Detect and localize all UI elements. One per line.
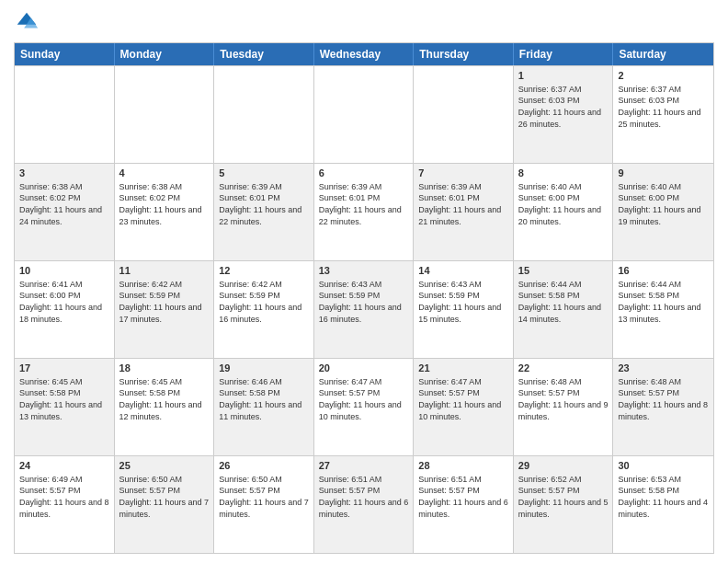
day-number: 4 [119, 167, 210, 180]
header-cell-tuesday: Tuesday [214, 43, 314, 65]
day-info: Sunrise: 6:42 AM Sunset: 5:59 PM Dayligh… [119, 279, 210, 325]
calendar-cell [214, 66, 314, 163]
day-number: 7 [418, 167, 508, 180]
calendar-cell: 22Sunrise: 6:48 AM Sunset: 5:57 PM Dayli… [514, 359, 614, 455]
day-info: Sunrise: 6:37 AM Sunset: 6:03 PM Dayligh… [618, 84, 709, 130]
calendar-cell: 14Sunrise: 6:43 AM Sunset: 5:59 PM Dayli… [414, 261, 514, 358]
day-info: Sunrise: 6:48 AM Sunset: 5:57 PM Dayligh… [618, 376, 709, 422]
day-info: Sunrise: 6:38 AM Sunset: 6:02 PM Dayligh… [19, 181, 109, 227]
calendar-row-2: 10Sunrise: 6:41 AM Sunset: 6:00 PM Dayli… [15, 260, 713, 358]
day-number: 13 [319, 264, 409, 278]
day-info: Sunrise: 6:47 AM Sunset: 5:57 PM Dayligh… [418, 376, 508, 422]
calendar-cell: 5Sunrise: 6:39 AM Sunset: 6:01 PM Daylig… [214, 164, 314, 260]
day-info: Sunrise: 6:51 AM Sunset: 5:57 PM Dayligh… [418, 474, 508, 520]
header-cell-saturday: Saturday [613, 43, 713, 65]
calendar-header-row: SundayMondayTuesdayWednesdayThursdayFrid… [15, 43, 713, 65]
calendar-cell: 18Sunrise: 6:45 AM Sunset: 5:58 PM Dayli… [115, 359, 215, 455]
header-cell-monday: Monday [115, 43, 215, 65]
calendar-cell: 23Sunrise: 6:48 AM Sunset: 5:57 PM Dayli… [613, 359, 713, 455]
calendar-cell: 19Sunrise: 6:46 AM Sunset: 5:58 PM Dayli… [214, 359, 314, 455]
day-number: 26 [219, 459, 309, 473]
day-info: Sunrise: 6:50 AM Sunset: 5:57 PM Dayligh… [119, 474, 210, 520]
calendar-cell: 10Sunrise: 6:41 AM Sunset: 6:00 PM Dayli… [15, 261, 115, 358]
day-info: Sunrise: 6:45 AM Sunset: 5:58 PM Dayligh… [19, 376, 109, 422]
calendar-row-1: 3Sunrise: 6:38 AM Sunset: 6:02 PM Daylig… [15, 163, 713, 260]
calendar-cell: 7Sunrise: 6:39 AM Sunset: 6:01 PM Daylig… [414, 164, 514, 260]
calendar-cell: 25Sunrise: 6:50 AM Sunset: 5:57 PM Dayli… [115, 456, 215, 553]
logo-icon [14, 9, 40, 35]
day-info: Sunrise: 6:46 AM Sunset: 5:58 PM Dayligh… [219, 376, 309, 422]
header-cell-friday: Friday [514, 43, 614, 65]
calendar-cell [15, 66, 115, 163]
calendar-cell: 21Sunrise: 6:47 AM Sunset: 5:57 PM Dayli… [414, 359, 514, 455]
day-info: Sunrise: 6:48 AM Sunset: 5:57 PM Dayligh… [518, 376, 609, 422]
day-info: Sunrise: 6:44 AM Sunset: 5:58 PM Dayligh… [618, 279, 709, 325]
day-number: 2 [618, 69, 709, 83]
calendar-body: 1Sunrise: 6:37 AM Sunset: 6:03 PM Daylig… [15, 65, 713, 553]
calendar-cell: 17Sunrise: 6:45 AM Sunset: 5:58 PM Dayli… [15, 359, 115, 455]
header-cell-thursday: Thursday [414, 43, 514, 65]
calendar-cell: 24Sunrise: 6:49 AM Sunset: 5:57 PM Dayli… [15, 456, 115, 553]
day-number: 5 [219, 167, 309, 180]
day-number: 18 [119, 362, 210, 375]
calendar-cell: 28Sunrise: 6:51 AM Sunset: 5:57 PM Dayli… [414, 456, 514, 553]
day-info: Sunrise: 6:42 AM Sunset: 5:59 PM Dayligh… [219, 279, 309, 325]
day-info: Sunrise: 6:51 AM Sunset: 5:57 PM Dayligh… [319, 474, 409, 520]
day-info: Sunrise: 6:52 AM Sunset: 5:57 PM Dayligh… [518, 474, 609, 520]
calendar-cell: 29Sunrise: 6:52 AM Sunset: 5:57 PM Dayli… [514, 456, 614, 553]
calendar-cell: 6Sunrise: 6:39 AM Sunset: 6:01 PM Daylig… [314, 164, 415, 260]
day-number: 30 [618, 459, 709, 473]
day-info: Sunrise: 6:39 AM Sunset: 6:01 PM Dayligh… [319, 181, 409, 227]
day-number: 15 [518, 264, 609, 278]
day-number: 9 [618, 167, 709, 180]
calendar-cell: 2Sunrise: 6:37 AM Sunset: 6:03 PM Daylig… [613, 66, 713, 163]
day-number: 16 [618, 264, 709, 278]
calendar-cell: 20Sunrise: 6:47 AM Sunset: 5:57 PM Dayli… [314, 359, 415, 455]
day-number: 12 [219, 264, 309, 278]
header [14, 9, 714, 35]
day-number: 29 [518, 459, 609, 473]
day-info: Sunrise: 6:40 AM Sunset: 6:00 PM Dayligh… [518, 181, 609, 227]
day-info: Sunrise: 6:47 AM Sunset: 5:57 PM Dayligh… [319, 376, 409, 422]
calendar-cell: 1Sunrise: 6:37 AM Sunset: 6:03 PM Daylig… [514, 66, 614, 163]
calendar-cell: 9Sunrise: 6:40 AM Sunset: 6:00 PM Daylig… [613, 164, 713, 260]
day-number: 21 [418, 362, 508, 375]
day-info: Sunrise: 6:43 AM Sunset: 5:59 PM Dayligh… [418, 279, 508, 325]
calendar-cell: 8Sunrise: 6:40 AM Sunset: 6:00 PM Daylig… [514, 164, 614, 260]
day-number: 27 [319, 459, 409, 473]
day-number: 22 [518, 362, 609, 375]
day-info: Sunrise: 6:38 AM Sunset: 6:02 PM Dayligh… [119, 181, 210, 227]
day-number: 24 [19, 459, 109, 473]
header-cell-wednesday: Wednesday [314, 43, 415, 65]
day-number: 11 [119, 264, 210, 278]
day-number: 6 [319, 167, 409, 180]
day-number: 10 [19, 264, 109, 278]
day-number: 3 [19, 167, 109, 180]
day-number: 19 [219, 362, 309, 375]
day-info: Sunrise: 6:43 AM Sunset: 5:59 PM Dayligh… [319, 279, 409, 325]
day-info: Sunrise: 6:49 AM Sunset: 5:57 PM Dayligh… [19, 474, 109, 520]
calendar-row-3: 17Sunrise: 6:45 AM Sunset: 5:58 PM Dayli… [15, 358, 713, 455]
header-cell-sunday: Sunday [15, 43, 115, 65]
calendar-cell: 16Sunrise: 6:44 AM Sunset: 5:58 PM Dayli… [613, 261, 713, 358]
day-info: Sunrise: 6:41 AM Sunset: 6:00 PM Dayligh… [19, 279, 109, 325]
day-number: 20 [319, 362, 409, 375]
logo [14, 9, 43, 35]
calendar: SundayMondayTuesdayWednesdayThursdayFrid… [14, 42, 714, 554]
calendar-cell: 12Sunrise: 6:42 AM Sunset: 5:59 PM Dayli… [214, 261, 314, 358]
day-info: Sunrise: 6:40 AM Sunset: 6:00 PM Dayligh… [618, 181, 709, 227]
page: SundayMondayTuesdayWednesdayThursdayFrid… [0, 0, 728, 563]
calendar-cell: 30Sunrise: 6:53 AM Sunset: 5:58 PM Dayli… [613, 456, 713, 553]
day-info: Sunrise: 6:50 AM Sunset: 5:57 PM Dayligh… [219, 474, 309, 520]
calendar-cell: 13Sunrise: 6:43 AM Sunset: 5:59 PM Dayli… [314, 261, 415, 358]
day-number: 14 [418, 264, 508, 278]
day-number: 23 [618, 362, 709, 375]
calendar-cell: 26Sunrise: 6:50 AM Sunset: 5:57 PM Dayli… [214, 456, 314, 553]
calendar-cell: 11Sunrise: 6:42 AM Sunset: 5:59 PM Dayli… [115, 261, 215, 358]
day-info: Sunrise: 6:45 AM Sunset: 5:58 PM Dayligh… [119, 376, 210, 422]
calendar-cell: 27Sunrise: 6:51 AM Sunset: 5:57 PM Dayli… [314, 456, 415, 553]
day-info: Sunrise: 6:44 AM Sunset: 5:58 PM Dayligh… [518, 279, 609, 325]
day-info: Sunrise: 6:39 AM Sunset: 6:01 PM Dayligh… [418, 181, 508, 227]
day-number: 28 [418, 459, 508, 473]
day-info: Sunrise: 6:37 AM Sunset: 6:03 PM Dayligh… [518, 84, 609, 130]
